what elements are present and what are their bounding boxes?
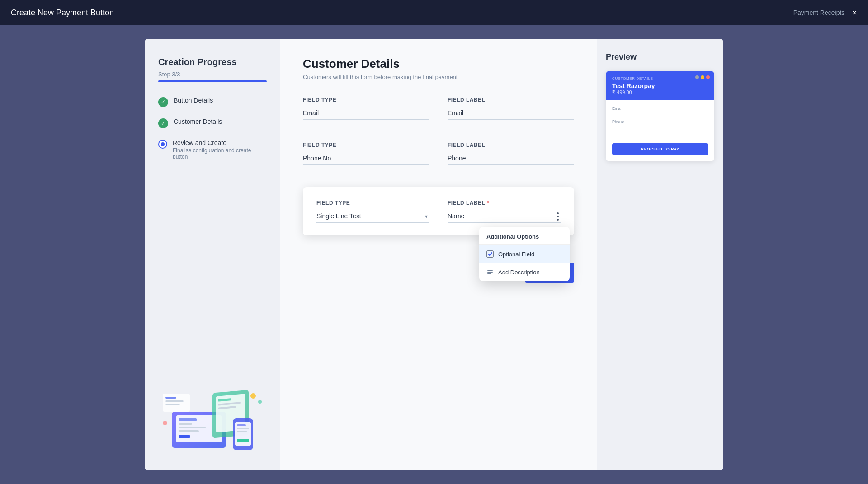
- preview-email-line: [612, 113, 689, 113]
- form-group-label-2: Field Label: [448, 142, 574, 165]
- field-type-label-active: Field Type: [316, 200, 429, 206]
- step-text-3: Review and Create Finalise configuration…: [173, 139, 267, 160]
- close-button[interactable]: ×: [852, 8, 857, 17]
- svg-rect-15: [237, 428, 249, 429]
- background-area: Creation Progress Step 3/3 ✓ Button Deta…: [0, 25, 868, 484]
- svg-point-22: [250, 393, 256, 399]
- step-icon-done-2: ✓: [158, 118, 168, 128]
- field-label-label-2: Field Label: [448, 142, 574, 148]
- field-label-input-active[interactable]: [448, 210, 561, 223]
- field-label-label-1: Field Label: [448, 97, 574, 103]
- preview-card-body: Email Phone: [606, 100, 714, 139]
- svg-rect-4: [179, 427, 206, 428]
- form-group-label-active: Field Label Additional Options: [448, 200, 561, 223]
- step-icon-active-3: [158, 140, 167, 149]
- field-type-label-2: Field Type: [303, 142, 429, 148]
- svg-rect-18: [163, 394, 190, 412]
- preview-amount: ₹ 499.00: [612, 89, 708, 95]
- preview-dot-yellow: [701, 75, 704, 79]
- svg-rect-19: [165, 397, 176, 399]
- step-item-review-create: Review and Create Finalise configuration…: [158, 139, 267, 160]
- field-label-input-1[interactable]: [448, 107, 574, 120]
- form-group-type-1: Field Type: [303, 97, 429, 120]
- field-type-input-1[interactable]: [303, 107, 429, 120]
- step-name-3: Review and Create: [173, 139, 267, 146]
- preview-email-label: Email: [612, 106, 708, 111]
- main-content: Customer Details Customers will fill thi…: [280, 39, 597, 470]
- preview-panel: Preview CUSTOMER DETAILS Test Razorpay ₹…: [597, 39, 723, 470]
- payment-receipts-link[interactable]: Payment Receipts: [793, 9, 845, 16]
- main-container: Creation Progress Step 3/3 ✓ Button Deta…: [145, 39, 723, 470]
- svg-rect-27: [487, 272, 493, 273]
- dropdown-header: Additional Options: [479, 227, 570, 245]
- step-name-1: Button Details: [174, 97, 213, 104]
- preview-card-header: CUSTOMER DETAILS Test Razorpay ₹ 499.00 …: [606, 71, 714, 100]
- progress-bar-background: [158, 80, 267, 82]
- form-group-label-1: Field Label: [448, 97, 574, 120]
- three-dots-menu-button[interactable]: [555, 211, 561, 222]
- field-type-input-2[interactable]: [303, 152, 429, 165]
- description-icon: [486, 268, 494, 276]
- form-row-email: Field Type Field Label: [303, 97, 574, 129]
- step-text-2: Customer Details: [174, 118, 222, 125]
- field-type-select[interactable]: Single Line Text: [316, 210, 429, 223]
- header: Create New Payment Button Payment Receip…: [0, 0, 868, 25]
- additional-options-dropdown: Additional Options Optional Field: [479, 227, 570, 281]
- preview-dot-close: ×: [706, 75, 710, 79]
- proceed-to-pay-button[interactable]: PROCEED TO PAY: [612, 143, 708, 155]
- step-item-button-details: ✓ Button Details: [158, 97, 267, 107]
- svg-rect-17: [237, 439, 249, 442]
- optional-field-label: Optional Field: [498, 251, 534, 258]
- select-wrapper: Single Line Text ▾: [316, 210, 429, 223]
- checkbox-icon: [486, 250, 494, 258]
- form-row-phone: Field Type Field Label: [303, 142, 574, 174]
- preview-title: Preview: [606, 52, 714, 62]
- form-group-type-2: Field Type: [303, 142, 429, 165]
- preview-card: CUSTOMER DETAILS Test Razorpay ₹ 499.00 …: [606, 71, 714, 161]
- sidebar: Creation Progress Step 3/3 ✓ Button Deta…: [145, 39, 280, 470]
- svg-rect-16: [237, 431, 247, 432]
- input-with-icon: [448, 210, 561, 223]
- step-item-customer-details: ✓ Customer Details: [158, 118, 267, 128]
- add-description-label: Add Description: [498, 269, 540, 276]
- progress-bar-fill: [158, 80, 267, 82]
- content-subtitle: Customers will fill this form before mak…: [303, 74, 574, 80]
- content-title: Customer Details: [303, 57, 574, 71]
- page-title: Create New Payment Button: [11, 8, 114, 18]
- preview-product-name: Test Razorpay: [612, 82, 708, 89]
- dropdown-item-add-description[interactable]: Add Description: [479, 263, 570, 281]
- svg-rect-6: [179, 435, 190, 438]
- svg-rect-5: [179, 430, 199, 432]
- active-form-row: Field Type Single Line Text ▾ Field Labe…: [303, 187, 574, 235]
- dot-1: [557, 212, 559, 214]
- step-icon-done-1: ✓: [158, 97, 168, 107]
- field-label-label-active: Field Label: [448, 200, 561, 206]
- dot-2: [557, 216, 559, 217]
- sidebar-title: Creation Progress: [158, 57, 267, 67]
- form-group-type-active: Field Type Single Line Text ▾: [316, 200, 429, 223]
- step-desc-3: Finalise configuration and create button: [173, 147, 267, 160]
- svg-rect-26: [487, 270, 493, 271]
- preview-phone-line: [612, 126, 689, 126]
- preview-phone-label: Phone: [612, 119, 708, 124]
- svg-rect-21: [165, 404, 180, 405]
- preview-field-email: Email: [612, 106, 708, 113]
- step-label: Step 3/3: [158, 71, 267, 78]
- step-name-2: Customer Details: [174, 118, 222, 125]
- svg-point-24: [163, 421, 167, 425]
- field-label-input-2[interactable]: [448, 152, 574, 165]
- dot-3: [557, 219, 559, 221]
- dropdown-item-optional-field[interactable]: Optional Field: [479, 245, 570, 263]
- preview-window-controls: ×: [695, 75, 710, 79]
- svg-point-23: [258, 400, 262, 404]
- header-right: Payment Receipts ×: [793, 8, 857, 17]
- preview-field-phone: Phone: [612, 119, 708, 126]
- preview-dot-grey: [695, 75, 699, 79]
- active-form-row-inner: Field Type Single Line Text ▾ Field Labe…: [316, 200, 561, 223]
- svg-rect-2: [179, 418, 197, 421]
- illustration: [145, 335, 280, 470]
- preview-section-label: CUSTOMER DETAILS: [612, 76, 708, 80]
- step-text-1: Button Details: [174, 97, 213, 104]
- svg-rect-14: [237, 424, 246, 426]
- preview-card-footer: PROCEED TO PAY: [606, 139, 714, 161]
